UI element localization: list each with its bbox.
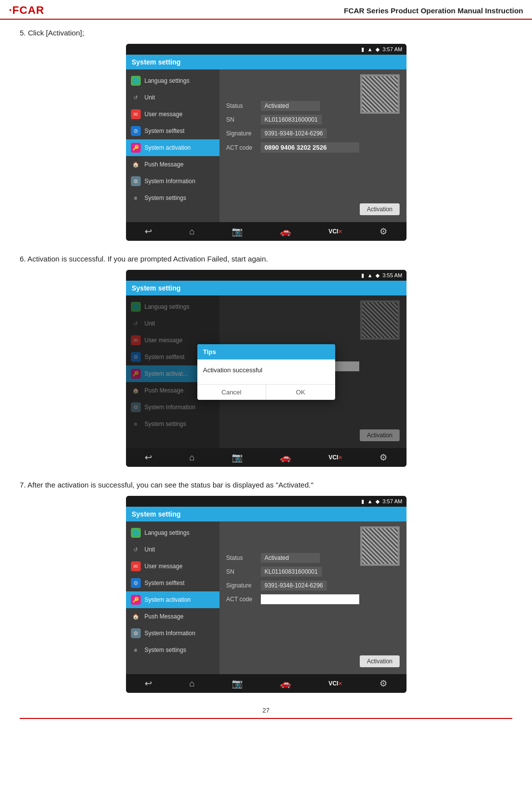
sidebar-item-unit[interactable]: ↺ Unit bbox=[126, 89, 219, 106]
settings-button-2[interactable]: ⚙ bbox=[379, 452, 387, 463]
back-button-1[interactable]: ↩ bbox=[145, 226, 152, 237]
settings-button-1[interactable]: ⚙ bbox=[379, 226, 387, 237]
wifi-icon: ▲ bbox=[367, 46, 373, 52]
screenshot2-wrap: ▮ ▲ ◆ 3:55 AM System setting 🌐 Languag s… bbox=[20, 270, 512, 467]
sidebar-item-push-3[interactable]: 🏠 Push Message bbox=[126, 608, 219, 625]
activation-button-3[interactable]: Activation bbox=[360, 655, 399, 667]
settings-button-3[interactable]: ⚙ bbox=[379, 678, 387, 689]
status-value-1: Activated bbox=[261, 101, 320, 111]
time-display-2: 3:55 AM bbox=[382, 272, 402, 278]
dialog-cancel-btn[interactable]: Cancel bbox=[197, 385, 267, 400]
step5-text: 5. Click [Activation]; bbox=[20, 29, 512, 37]
sidebar-item-syssettings-3[interactable]: ≡ System settings bbox=[126, 642, 219, 658]
sn-value-3: KL01160831600001 bbox=[261, 567, 322, 577]
sidebar-item-unit-3[interactable]: ↺ Unit bbox=[126, 541, 219, 558]
status-label-3: Status bbox=[226, 554, 261, 561]
time-display-3: 3:57 AM bbox=[382, 498, 402, 504]
sidebar-item-system-selftest[interactable]: ⚙ System selftest bbox=[126, 123, 219, 139]
unit-icon-3: ↺ bbox=[131, 545, 141, 554]
sidebar-item-languag[interactable]: 🌐 Languag settings bbox=[126, 72, 219, 89]
sidebar-item-languag-3[interactable]: 🌐 Languag settings bbox=[126, 524, 219, 541]
sidebar-item-system-activation[interactable]: 🔑 System activation bbox=[126, 139, 219, 156]
activation-icon: 🔑 bbox=[131, 143, 141, 153]
bottom-nav-1: ↩ ⌂ 📷 🚗 VCI✕ ⚙ bbox=[126, 222, 407, 241]
camera-button-1[interactable]: 📷 bbox=[232, 226, 243, 237]
act-input-3[interactable] bbox=[261, 594, 359, 604]
sidebar-label-push-msg: Push Message bbox=[145, 161, 184, 168]
bottom-line bbox=[20, 718, 512, 719]
camera-button-3[interactable]: 📷 bbox=[232, 678, 243, 689]
back-button-2[interactable]: ↩ bbox=[145, 452, 152, 463]
act-row-3: ACT code bbox=[226, 594, 400, 604]
sysinfo-icon: ⚙ bbox=[131, 176, 141, 186]
sidebar-3: 🌐 Languag settings ↺ Unit ✉ User message… bbox=[126, 521, 219, 674]
sidebar-item-system-info[interactable]: ⚙ System Information bbox=[126, 173, 219, 190]
sidebar-item-system-settings[interactable]: ≡ System settings bbox=[126, 190, 219, 206]
home-button-2[interactable]: ⌂ bbox=[189, 453, 195, 463]
sidebar-item-user-message-3[interactable]: ✉ User message bbox=[126, 558, 219, 575]
act-label-3: ACT code bbox=[226, 596, 261, 603]
activation-button-1[interactable]: Activation bbox=[360, 203, 399, 215]
titlebar-label-3: System setting bbox=[132, 510, 181, 518]
signal-icon-3: ◆ bbox=[376, 498, 379, 505]
act-label-1: ACT code bbox=[226, 144, 261, 151]
signal-icon-2: ◆ bbox=[376, 272, 379, 279]
right-panel-1: Status Activated SN KL01160831600001 Sig… bbox=[219, 69, 407, 222]
step6-text: 6. Activation is successful. If you are … bbox=[20, 255, 512, 263]
sidebar-label-user-msg: User message bbox=[145, 111, 183, 118]
syssettings-icon-3: ≡ bbox=[131, 645, 141, 655]
dialog-box: Tips Activation successful Cancel OK bbox=[197, 344, 335, 400]
sidebar-label-sysinfo: System Information bbox=[145, 178, 195, 185]
app-content-1: 🌐 Languag settings ↺ Unit ✉ User message… bbox=[126, 69, 407, 222]
sig-label-1: Signature bbox=[226, 130, 261, 137]
page-number: 27 bbox=[20, 707, 512, 714]
device-screen-2: ▮ ▲ ◆ 3:55 AM System setting 🌐 Languag s… bbox=[126, 270, 407, 467]
device-screen-1: ▮ ▲ ◆ 3:57 AM System setting 🌐 Languag s… bbox=[126, 44, 407, 241]
back-button-3[interactable]: ↩ bbox=[145, 678, 152, 689]
car-button-3[interactable]: 🚗 bbox=[280, 678, 291, 689]
vci-button-3[interactable]: VCI✕ bbox=[328, 680, 342, 687]
dialog-ok-btn[interactable]: OK bbox=[266, 385, 335, 400]
battery-icon-3: ▮ bbox=[361, 498, 364, 505]
car-button-1[interactable]: 🚗 bbox=[280, 226, 291, 237]
car-button-2[interactable]: 🚗 bbox=[280, 452, 291, 463]
wifi-icon-2: ▲ bbox=[367, 272, 373, 278]
titlebar-label-2: System setting bbox=[132, 284, 181, 292]
right-panel-3: Status Activated SN KL01160831600001 Sig… bbox=[219, 521, 407, 674]
languag-icon: 🌐 bbox=[131, 76, 141, 86]
sig-row-3: Signature 9391-9348-1024-6296 bbox=[226, 581, 400, 590]
status-bar-3: ▮ ▲ ◆ 3:57 AM bbox=[126, 496, 407, 507]
sysinfo-icon-3: ⚙ bbox=[131, 628, 141, 638]
battery-icon: ▮ bbox=[361, 46, 364, 53]
status-bar-2: ▮ ▲ ◆ 3:55 AM bbox=[126, 270, 407, 281]
push-icon-3: 🏠 bbox=[131, 612, 141, 621]
vci-button-1[interactable]: VCI✕ bbox=[328, 228, 342, 235]
sig-row-1: Signature 9391-9348-1024-6296 bbox=[226, 129, 400, 138]
signal-icon: ◆ bbox=[376, 46, 379, 53]
sidebar-item-activation-3[interactable]: 🔑 System activation bbox=[126, 591, 219, 608]
user-msg-icon: ✉ bbox=[131, 109, 141, 119]
home-button-1[interactable]: ⌂ bbox=[189, 227, 195, 237]
activation-icon-3: 🔑 bbox=[131, 595, 141, 605]
header-title: FCAR Series Product Operation Manual Ins… bbox=[344, 6, 523, 15]
battery-icon-2: ▮ bbox=[361, 272, 364, 279]
vci-button-2[interactable]: VCI✕ bbox=[328, 454, 342, 461]
logo: ·FCAR bbox=[9, 4, 44, 17]
status-bar-1: ▮ ▲ ◆ 3:57 AM bbox=[126, 44, 407, 55]
push-msg-icon: 🏠 bbox=[131, 160, 141, 169]
sidebar-label-unit: Unit bbox=[145, 94, 155, 101]
sidebar-item-push-message[interactable]: 🏠 Push Message bbox=[126, 156, 219, 173]
selftest-icon: ⚙ bbox=[131, 126, 141, 136]
home-button-3[interactable]: ⌂ bbox=[189, 679, 195, 689]
sidebar-item-sysinfo-3[interactable]: ⚙ System Information bbox=[126, 625, 219, 642]
sn-row-3: SN KL01160831600001 bbox=[226, 567, 400, 577]
sidebar-item-selftest-3[interactable]: ⚙ System selftest bbox=[126, 575, 219, 591]
app-titlebar-2: System setting bbox=[126, 281, 407, 295]
camera-button-2[interactable]: 📷 bbox=[232, 452, 243, 463]
sidebar-label-syssettings: System settings bbox=[145, 195, 187, 201]
bottom-nav-3: ↩ ⌂ 📷 🚗 VCI✕ ⚙ bbox=[126, 674, 407, 693]
sig-value-1: 9391-9348-1024-6296 bbox=[261, 129, 327, 138]
screenshot3-wrap: ▮ ▲ ◆ 3:57 AM System setting 🌐 Languag s… bbox=[20, 496, 512, 693]
sidebar-item-user-message[interactable]: ✉ User message bbox=[126, 106, 219, 123]
qr-inner-1 bbox=[362, 76, 398, 112]
